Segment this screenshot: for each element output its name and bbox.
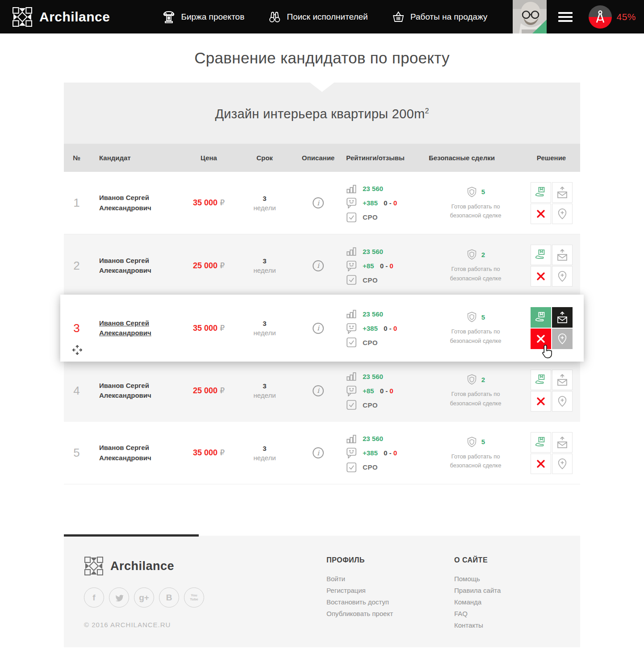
candidate-name-link[interactable]: Иванов Сергей Александрович <box>99 193 166 213</box>
pin-plus-button[interactable] <box>552 204 573 224</box>
avatar[interactable] <box>513 0 547 33</box>
send-message-button[interactable] <box>552 432 573 453</box>
decline-button[interactable] <box>531 391 551 412</box>
candidate-name-link[interactable]: Иванов Сергей Александрович <box>99 381 166 401</box>
reviews-neutral: 0 <box>384 449 387 457</box>
decline-button[interactable] <box>531 329 551 349</box>
footer-link-team[interactable]: Команда <box>454 598 501 606</box>
copyright: © 2016 ARCHILANCE.RU <box>84 621 204 629</box>
move-cursor-icon <box>71 344 83 356</box>
reviews-positive: +385 <box>363 199 378 207</box>
column-icon <box>163 10 175 24</box>
pin-plus-button[interactable] <box>552 266 573 287</box>
views-count: 23 560 <box>363 185 383 192</box>
hire-button[interactable] <box>531 245 551 265</box>
basket-icon <box>392 11 405 23</box>
info-icon[interactable]: i <box>313 260 324 271</box>
ratings-cell: 23 560 +385 0 - 0 СРО <box>346 433 429 473</box>
shield-icon <box>466 373 477 386</box>
col-header-term: Срок <box>239 154 290 162</box>
candidate-name-link[interactable]: Иванов Сергей Александрович <box>99 256 166 276</box>
info-icon[interactable]: i <box>313 197 324 208</box>
table-row-active[interactable]: 3 Иванов Сергей Александрович 35 000 ₽ 3… <box>60 295 584 362</box>
term-value: 3 <box>239 381 290 391</box>
ratings-cell: 23 560 +85 0 - 0 СРО <box>346 371 429 411</box>
safe-deal-cell: 2 Готов работать по безопасной сделке <box>429 248 523 283</box>
pin-plus-button[interactable] <box>552 454 573 474</box>
hire-button[interactable] <box>531 182 551 203</box>
reviews-separator: - <box>385 387 388 395</box>
footer-link-rules[interactable]: Правила сайта <box>454 587 501 594</box>
twitter-icon[interactable] <box>109 587 129 608</box>
brand-logo[interactable]: Archilance <box>12 7 110 27</box>
footer-link-contacts[interactable]: Контакты <box>454 621 501 629</box>
price-value: 35 000 <box>193 448 217 457</box>
deal-icon <box>535 186 547 199</box>
footer-link-faq[interactable]: FAQ <box>454 610 501 617</box>
deal-icon <box>535 311 547 324</box>
nav-label: Работы на продажу <box>410 12 488 22</box>
location-plus-icon <box>556 270 568 283</box>
page-title: Сравнение кандидатов по проекту <box>194 49 449 67</box>
term-unit: недели <box>239 266 290 275</box>
footer-link-help[interactable]: Помощь <box>454 575 501 583</box>
footer-accent-bar <box>64 534 199 537</box>
col-header-ratings: Рейтинги/отзывы <box>346 154 429 162</box>
profile-progress-badge[interactable] <box>589 5 612 29</box>
decline-button[interactable] <box>531 454 551 474</box>
pin-plus-button[interactable] <box>552 329 573 349</box>
location-plus-icon <box>556 208 568 220</box>
content-spacer <box>64 484 580 536</box>
facebook-icon[interactable]: f <box>84 587 104 608</box>
header-right: 45% <box>513 0 644 33</box>
hire-button[interactable] <box>531 432 551 453</box>
decline-button[interactable] <box>531 204 551 224</box>
footer: Archilance f g+ B YouTube © 2016 ARCHILA… <box>64 536 580 647</box>
footer-brand[interactable]: Archilance <box>84 556 204 576</box>
vk-icon[interactable]: B <box>159 587 179 608</box>
title-section: Сравнение кандидатов по проекту <box>64 33 580 83</box>
hire-button[interactable] <box>531 370 551 390</box>
footer-link-login[interactable]: Войти <box>326 575 393 583</box>
mail-up-icon <box>556 249 569 261</box>
ratings-cell: 23 560 +385 0 - 0 СРО <box>346 308 429 348</box>
nav-item-projects[interactable]: Биржа проектов <box>163 10 244 24</box>
footer-link-register[interactable]: Регистрация <box>326 587 393 594</box>
info-icon[interactable]: i <box>313 447 324 458</box>
safe-deal-cell: 5 Готов работать по безопасной сделке <box>429 436 523 470</box>
nav-item-search-performers[interactable]: Поиск исполнителей <box>268 10 368 24</box>
reviews-negative: 0 <box>393 325 397 332</box>
row-number: 1 <box>64 196 89 210</box>
safe-deal-text: Готов работать по безопасной сделке <box>440 452 511 470</box>
safe-deal-cell: 2 Готов работать по безопасной сделке <box>429 373 523 408</box>
archilance-logo-icon <box>84 556 104 576</box>
checkbox-icon <box>346 275 357 285</box>
bar-chart-icon <box>346 308 357 319</box>
col-header-candidate: Кандидат <box>89 154 179 162</box>
sro-label: СРО <box>363 401 378 409</box>
decline-button[interactable] <box>531 266 551 287</box>
google-plus-icon[interactable]: g+ <box>134 587 154 608</box>
info-icon[interactable]: i <box>313 385 324 396</box>
hire-button[interactable] <box>531 307 551 328</box>
views-count: 23 560 <box>363 435 383 442</box>
reviews-separator: - <box>385 262 388 270</box>
safe-deal-count: 5 <box>481 313 485 321</box>
candidate-name-link[interactable]: Иванов Сергей Александрович <box>99 318 166 338</box>
send-message-button[interactable] <box>552 370 573 390</box>
info-icon[interactable]: i <box>313 323 324 334</box>
send-message-button[interactable] <box>552 245 573 265</box>
menu-icon[interactable] <box>558 12 573 22</box>
nav-label: Биржа проектов <box>181 12 244 22</box>
footer-link-restore-access[interactable]: Востановить доступ <box>326 598 393 606</box>
footer-link-publish-project[interactable]: Опубликовать проект <box>326 610 393 617</box>
youtube-icon[interactable]: YouTube <box>184 587 204 608</box>
nav-item-works-for-sale[interactable]: Работы на продажу <box>392 10 488 24</box>
term-value: 3 <box>239 194 290 203</box>
pin-plus-button[interactable] <box>552 391 573 412</box>
send-message-button[interactable] <box>552 307 573 328</box>
bar-chart-icon <box>346 433 357 444</box>
location-plus-icon <box>556 458 568 470</box>
candidate-name-link[interactable]: Иванов Сергей Александрович <box>99 443 166 463</box>
send-message-button[interactable] <box>552 182 573 203</box>
